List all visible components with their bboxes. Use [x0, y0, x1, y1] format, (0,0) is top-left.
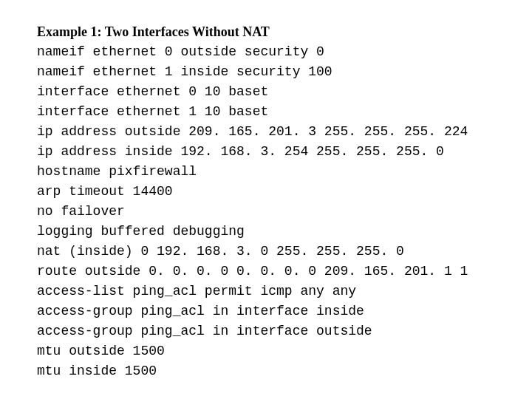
config-line: nameif ethernet 0 outside security 0 [37, 42, 495, 62]
config-line: hostname pixfirewall [37, 162, 495, 182]
example-heading: Example 1: Two Interfaces Without NAT [37, 22, 495, 42]
config-line: ip address inside 192. 168. 3. 254 255. … [37, 142, 495, 162]
config-line: interface ethernet 1 10 baset [37, 102, 495, 122]
config-line: ip address outside 209. 165. 201. 3 255.… [37, 122, 495, 142]
config-line: access-list ping_acl permit icmp any any [37, 282, 495, 301]
config-line: access-group ping_acl in interface insid… [37, 301, 495, 321]
config-line: mtu outside 1500 [37, 341, 495, 361]
config-line: arp timeout 14400 [37, 182, 495, 202]
config-line: access-group ping_acl in interface outsi… [37, 321, 495, 341]
config-line: route outside 0. 0. 0. 0 0. 0. 0. 0 209.… [37, 262, 495, 282]
config-line: nat (inside) 0 192. 168. 3. 0 255. 255. … [37, 242, 495, 262]
config-line: no failover [37, 202, 495, 222]
config-line: nameif ethernet 1 inside security 100 [37, 62, 495, 82]
config-line: logging buffered debugging [37, 222, 495, 242]
config-line: mtu inside 1500 [37, 361, 495, 381]
config-line: interface ethernet 0 10 baset [37, 82, 495, 102]
